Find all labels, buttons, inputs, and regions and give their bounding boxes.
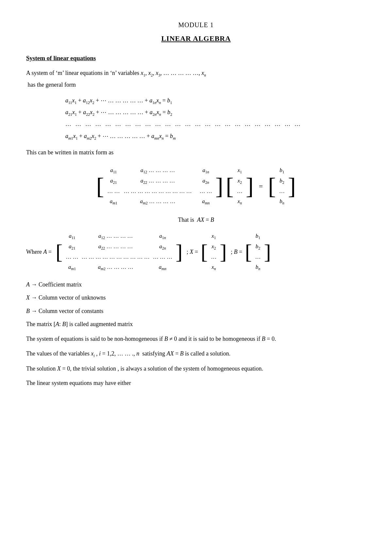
where-label: Where A = [26,247,52,257]
section-heading: System of linear equations [26,53,366,63]
bracket-right-B: ] [288,174,296,198]
bracket-left-A: [ [96,174,104,198]
bracket-right-A: ] [215,174,223,198]
matrix-A-content: a11 a12 … … … … a1n a21 a22 … … … … a2n … [104,165,215,208]
matrix-X-bracket: [ x1 x2 … xn ] [226,165,253,208]
where-bracket-right-X: ] [220,241,227,262]
where-matrix-X-bracket: [ x1 x2 … xn ] [201,230,227,273]
where-matrix-A-bracket: [ a11 a12 … … … … a1n a21 a22 … … … … a2… [56,230,183,273]
augmented-matrix-text: The matrix [A: B] is called augmented ma… [26,319,366,329]
values-text: The values of the variables xi , i = 1,2… [26,349,366,359]
matrix-intro: This can be written in matrix form as [26,147,366,158]
semicolon-X: ; X = [185,247,198,257]
page-subtitle: LINEAR ALGEBRA [26,33,366,44]
where-matrix-A-content: a11 a12 … … … … a1n a21 a22 … … … … a2n … [62,230,175,273]
matrix-X-content: x1 x2 … xn [234,165,246,208]
arrow-X: X → Column vector of unknowns [26,293,366,303]
where-matrix-B-bracket: [ b1 b2 … bn ] [245,230,271,273]
linear-system-end-text: The linear system equations may have eit… [26,378,366,388]
that-is-statement: That is AX = B [26,215,366,225]
where-bracket-right-B: ] [264,241,271,262]
where-bracket-left-B: [ [245,241,252,262]
arrow-A: A → Coefficient matrix [26,280,366,290]
intro-text-1: A system of ‘m’ linear equations in ‘n’ … [26,70,139,76]
variables-text: x1, x2, x3, … … … … …, xn [141,70,206,76]
equation-m: am1x1 + am2x2 + ⋯ … … … … … + amnxn = bm [65,131,366,142]
bracket-left-X: [ [226,174,234,198]
where-bracket-left-A: [ [56,241,62,262]
matrix-B-content: b1 b2 … bn [276,165,288,208]
matrix-A-bracket: [ a11 a12 … … … … a1n a21 a22 … … … … a2… [96,165,223,208]
equation-2: a21x1 + a22x2 + ⋯ … … … … … + a2nxn = b2 [65,107,366,118]
where-matrix-X-content: x1 x2 … xn [208,230,220,273]
equation-dots: … … … … … … … … … … … … … … … … … … … … … [65,119,366,129]
bracket-right-X: ] [246,174,253,198]
trivial-solution-text: The solution X = 0, the trivial solution… [26,364,366,374]
bracket-left-B: [ [268,174,276,198]
where-bracket-right-A: ] [175,241,182,262]
equals-sign: = [256,181,265,192]
equation-1: a11x1 + a12x2 + ⋯ … … … … … + a1nxn = b1 [65,95,366,106]
intro-paragraph: A system of ‘m’ linear equations in ‘n’ … [26,68,366,78]
matrix-equation-display: [ a11 a12 … … … … a1n a21 a22 … … … … a2… [26,165,366,208]
nonhomogeneous-text: The system of equations is said to be no… [26,334,366,344]
semicolon-B: ; B = [229,247,242,257]
module-title: MODULE 1 [26,20,366,30]
matrix-B-bracket: [ b1 b2 … bn ] [268,165,296,208]
where-section: Where A = [ a11 a12 … … … … a1n a21 a22 … [26,230,366,273]
where-matrix-B-content: b1 b2 … bn [252,230,264,273]
where-bracket-left-X: [ [201,241,207,262]
intro-paragraph-2: has the general form [26,80,366,90]
arrow-B: B → Column vector of constants [26,306,366,316]
